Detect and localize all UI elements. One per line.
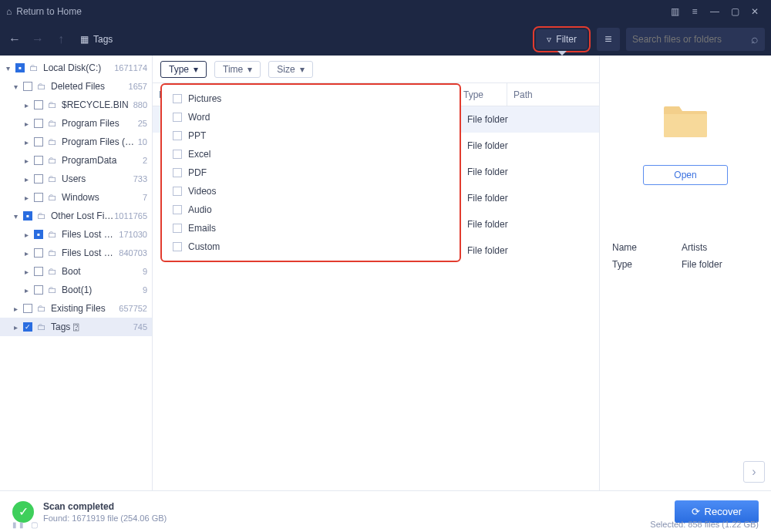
checkbox[interactable]: [34, 248, 43, 258]
tree-item[interactable]: ▸🗀ProgramData2: [0, 151, 152, 170]
filter-button[interactable]: ▿ Filter: [536, 29, 588, 49]
tree-item[interactable]: ▾🗀Other Lost Files1011765: [0, 207, 152, 225]
expand-icon[interactable]: ▸: [22, 138, 31, 146]
tree-item[interactable]: ▾🗀Deleted Files1657: [0, 77, 152, 96]
titlebar: ⌂ Return to Home ▥ ≡ — ▢ ✕: [0, 0, 771, 23]
tree-item-label: Program Files (x86): [62, 136, 138, 147]
expand-icon[interactable]: ▸: [22, 120, 31, 128]
checkbox[interactable]: [34, 119, 43, 128]
tree-item-count: 745: [133, 322, 147, 332]
expand-icon[interactable]: ▸: [22, 249, 31, 258]
checkbox[interactable]: [173, 150, 182, 159]
checkbox[interactable]: [173, 187, 182, 196]
tree-item[interactable]: ▸🗀Tags ⍰745: [0, 318, 152, 336]
checkbox[interactable]: [173, 224, 182, 233]
maximize-icon[interactable]: ▢: [725, 0, 745, 23]
expand-icon[interactable]: ▾: [11, 212, 20, 221]
checkbox[interactable]: [23, 322, 32, 332]
type-option-label: Excel: [188, 149, 210, 160]
expand-icon[interactable]: ▸: [22, 268, 31, 276]
tree-item[interactable]: ▸🗀Boot(1)9: [0, 281, 152, 299]
tree-item-label: Files Lost Origi… ⍰: [62, 229, 119, 240]
expand-icon[interactable]: ▸: [22, 157, 31, 165]
expand-icon[interactable]: ▸: [11, 305, 20, 313]
status-check-icon: ✓: [12, 501, 34, 523]
checkbox[interactable]: [173, 113, 182, 122]
search-field[interactable]: ⌕: [626, 28, 765, 51]
folder-thumbnail: [662, 102, 709, 139]
breadcrumb: ▦ Tags: [80, 34, 113, 45]
tree-item[interactable]: ▸🗀Windows7: [0, 188, 152, 207]
tree-item[interactable]: ▾🗀Local Disk(C:)1671174: [0, 59, 152, 77]
tree-item[interactable]: ▸🗀Program Files25: [0, 114, 152, 133]
checkbox[interactable]: [173, 94, 182, 103]
tree-item[interactable]: ▸🗀Boot9: [0, 262, 152, 281]
type-option[interactable]: Videos: [162, 182, 460, 200]
tree-item[interactable]: ▸🗀Program Files (x86)10: [0, 133, 152, 151]
type-option[interactable]: Pictures: [162, 89, 460, 108]
layout-icon[interactable]: ▥: [665, 0, 685, 23]
checkbox[interactable]: [34, 285, 43, 295]
playback-controls[interactable]: ▮▮ ▢: [12, 520, 40, 529]
type-option[interactable]: Custom: [162, 237, 460, 256]
tree-item[interactable]: ▸🗀$RECYCLE.BIN880: [0, 96, 152, 114]
view-mode-button[interactable]: ≡: [597, 28, 620, 51]
checkbox[interactable]: [23, 304, 32, 313]
tree-item[interactable]: ▸🗀Existing Files657752: [0, 299, 152, 318]
expand-icon[interactable]: ▾: [3, 64, 12, 72]
tree-item[interactable]: ▸🗀Files Lost Origi… ⍰171030: [0, 225, 152, 244]
menu-icon[interactable]: ≡: [685, 0, 705, 23]
folder-icon: 🗀: [46, 173, 59, 184]
expand-icon[interactable]: ▸: [22, 101, 31, 109]
checkbox[interactable]: [34, 267, 43, 276]
nav-up-button[interactable]: ↑: [52, 31, 69, 48]
type-option[interactable]: Emails: [162, 219, 460, 237]
time-filter-pill[interactable]: Time ▾: [214, 61, 261, 78]
checkbox[interactable]: [34, 230, 43, 239]
type-filter-pill[interactable]: Type ▾: [160, 61, 207, 78]
checkbox[interactable]: [173, 131, 182, 140]
type-option[interactable]: Audio: [162, 200, 460, 219]
expand-icon[interactable]: ▾: [11, 82, 20, 91]
recover-icon: ⟳: [692, 506, 700, 517]
nav-back-button[interactable]: ←: [6, 31, 23, 48]
expand-icon[interactable]: ▸: [11, 323, 20, 332]
size-filter-pill[interactable]: Size ▾: [268, 61, 312, 78]
tree-item[interactable]: ▸🗀Files Lost Original …840703: [0, 244, 152, 262]
search-input[interactable]: [632, 34, 751, 45]
col-path[interactable]: Path: [507, 83, 599, 106]
checkbox[interactable]: [34, 156, 43, 165]
checkbox[interactable]: [23, 211, 32, 221]
expand-icon[interactable]: ▸: [22, 286, 31, 295]
checkbox[interactable]: [15, 63, 25, 72]
tree-item-label: Deleted Files: [51, 81, 129, 92]
return-home-button[interactable]: ⌂ Return to Home: [6, 6, 82, 17]
tree-item[interactable]: ▸🗀Users733: [0, 170, 152, 188]
checkbox[interactable]: [173, 242, 182, 251]
col-type[interactable]: Type: [457, 83, 507, 106]
checkbox[interactable]: [34, 100, 43, 109]
checkbox[interactable]: [34, 174, 43, 184]
minimize-icon[interactable]: —: [705, 0, 725, 23]
type-option[interactable]: PDF: [162, 163, 460, 182]
file-icon: 🗀: [46, 99, 59, 110]
type-option[interactable]: Excel: [162, 145, 460, 163]
nav-forward-button[interactable]: →: [29, 31, 46, 48]
expand-icon[interactable]: ▸: [22, 194, 31, 202]
checkbox[interactable]: [173, 205, 182, 214]
expand-icon[interactable]: ▸: [22, 175, 31, 184]
detail-type-val: File folder: [682, 259, 722, 270]
expand-icon[interactable]: ▸: [22, 231, 31, 239]
type-option[interactable]: Word: [162, 108, 460, 126]
checkbox[interactable]: [173, 168, 182, 177]
close-icon[interactable]: ✕: [745, 0, 765, 23]
search-icon[interactable]: ⌕: [751, 32, 759, 46]
checkbox[interactable]: [34, 137, 43, 146]
pager-next-button[interactable]: ›: [743, 461, 765, 483]
checkbox[interactable]: [34, 193, 43, 202]
filter-icon: ▿: [547, 34, 551, 45]
status-text: Scan completed Found: 1671919 file (254.…: [43, 501, 167, 523]
checkbox[interactable]: [23, 82, 32, 91]
open-button[interactable]: Open: [643, 165, 728, 185]
type-option[interactable]: PPT: [162, 126, 460, 145]
